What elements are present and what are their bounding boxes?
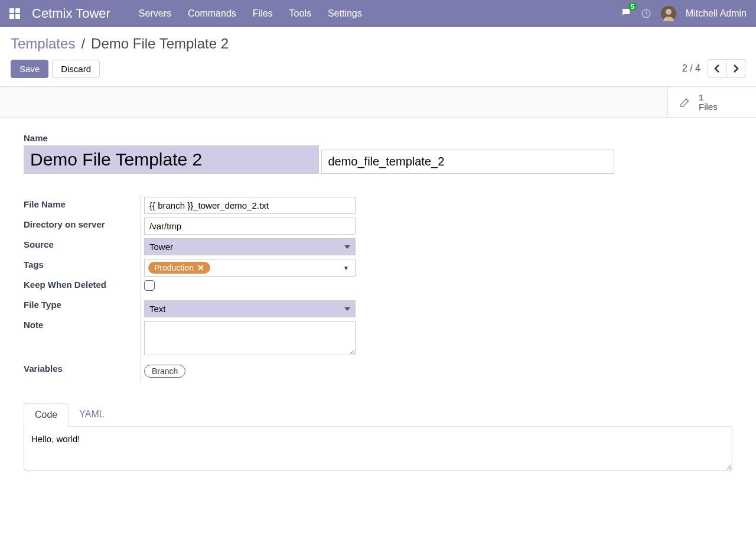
tab-code[interactable]: Code: [24, 403, 69, 427]
name-input[interactable]: [24, 145, 319, 174]
save-button[interactable]: Save: [11, 60, 48, 78]
app-title[interactable]: Cetmix Tower: [32, 6, 110, 21]
files-count: 1: [699, 93, 718, 102]
activity-icon[interactable]: [641, 8, 651, 19]
tag-remove-icon[interactable]: ✕: [197, 263, 204, 272]
nav-files[interactable]: Files: [253, 8, 273, 19]
nav-settings[interactable]: Settings: [328, 8, 362, 19]
pager-next[interactable]: [726, 59, 745, 78]
chevron-left-icon: [714, 64, 720, 73]
tags-field[interactable]: Production ✕ ▼: [144, 259, 356, 277]
note-label: Note: [24, 317, 43, 330]
nav-servers[interactable]: Servers: [139, 8, 171, 19]
messaging-icon[interactable]: 5: [621, 7, 631, 20]
dir-input[interactable]: [144, 218, 356, 235]
svg-point-2: [666, 9, 672, 15]
keep-when-deleted-checkbox[interactable]: [144, 280, 155, 291]
tag-label: Production: [154, 263, 194, 272]
chevron-right-icon: [733, 64, 739, 73]
file-name-label: File Name: [24, 197, 66, 209]
pager-prev[interactable]: [708, 59, 726, 78]
pager-text[interactable]: 2 / 4: [682, 63, 700, 74]
tab-yaml[interactable]: YAML: [69, 403, 115, 426]
form-sheet: Name File Name Directory on server Sourc…: [0, 118, 756, 496]
tag-production: Production ✕: [148, 262, 210, 274]
dir-label: Directory on server: [24, 217, 105, 229]
source-label: Source: [24, 237, 54, 249]
file-type-select[interactable]: Text: [144, 300, 356, 317]
nav-tools[interactable]: Tools: [289, 8, 311, 19]
tabs: Code YAML: [24, 403, 732, 427]
tags-label: Tags: [24, 257, 44, 270]
reference-input[interactable]: [321, 150, 614, 174]
file-type-label: File Type: [24, 297, 61, 310]
message-count-badge: 5: [628, 2, 637, 11]
action-bar: Save Discard 2 / 4: [0, 52, 756, 87]
source-select[interactable]: Tower: [144, 238, 356, 255]
breadcrumb-sep: /: [81, 35, 85, 52]
note-textarea[interactable]: [144, 321, 356, 355]
variables-label: Variables: [24, 361, 63, 374]
code-textarea[interactable]: [24, 427, 732, 470]
chevron-down-icon[interactable]: ▼: [343, 265, 349, 271]
files-label: Files: [699, 102, 718, 112]
nav-links: Servers Commands Files Tools Settings: [139, 8, 621, 19]
breadcrumb-root[interactable]: Templates: [11, 35, 75, 52]
discard-button[interactable]: Discard: [52, 60, 100, 78]
edit-icon: [679, 96, 692, 109]
breadcrumb-current: Demo File Template 2: [91, 35, 229, 52]
top-navbar: Cetmix Tower Servers Commands Files Tool…: [0, 0, 756, 27]
file-name-input[interactable]: [144, 197, 356, 214]
nav-commands[interactable]: Commands: [188, 8, 236, 19]
breadcrumb: Templates / Demo File Template 2: [11, 35, 229, 52]
breadcrumb-bar: Templates / Demo File Template 2: [0, 27, 756, 52]
files-stat-button[interactable]: 1 Files: [667, 87, 756, 117]
nav-right: 5 Mitchell Admin: [621, 6, 747, 21]
keep-label: Keep When Deleted: [24, 277, 106, 290]
user-avatar[interactable]: [661, 6, 676, 21]
pager-buttons: [708, 59, 745, 78]
variable-branch[interactable]: Branch: [144, 365, 185, 378]
user-name[interactable]: Mitchell Admin: [686, 8, 747, 19]
apps-icon[interactable]: [9, 8, 20, 19]
stat-bar: 1 Files: [0, 87, 756, 118]
name-label: Name: [24, 133, 732, 143]
